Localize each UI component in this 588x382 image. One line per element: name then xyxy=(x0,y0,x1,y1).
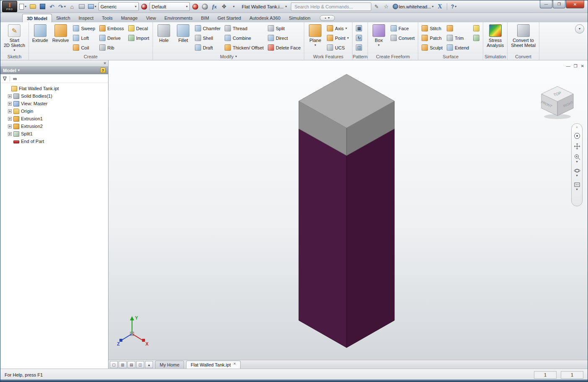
expand-tab-list-button[interactable]: ▴ xyxy=(145,361,153,368)
rib-button[interactable]: Rib xyxy=(98,43,125,52)
doc-restore-icon[interactable]: ❐ xyxy=(574,64,578,68)
panel-label-create[interactable]: Create xyxy=(29,53,153,60)
ribbon-tab-bim[interactable]: BIM xyxy=(197,14,213,22)
view-layout-horizontal-button[interactable]: ▤ xyxy=(127,361,135,368)
thicken-offset-button[interactable]: Thicken/ Offset xyxy=(223,43,265,52)
trim-button[interactable]: Trim xyxy=(446,33,470,43)
panel-label-sketch[interactable]: Sketch xyxy=(0,53,28,60)
panel-label-create-freeform[interactable]: Create Freeform xyxy=(368,53,418,60)
extend-button[interactable]: Extend xyxy=(446,43,470,52)
project-link-button[interactable]: ▾ xyxy=(87,2,97,11)
user-account-button[interactable]: len.whitehead... ▾ xyxy=(392,2,435,11)
axis-button[interactable]: Axis▾ xyxy=(326,23,350,33)
ribbon-tab-simulation[interactable]: Simulation xyxy=(285,14,314,22)
direct-button[interactable]: Direct xyxy=(267,33,302,43)
start-2d-sketch-button[interactable]: ✎ Start2D Sketch ▾ xyxy=(3,23,26,52)
ribbon-tab-manage[interactable]: Manage xyxy=(117,14,142,22)
tank-part-model[interactable] xyxy=(109,60,588,360)
appearance-swatch-button[interactable] xyxy=(140,2,148,11)
stitch-button[interactable]: Stitch xyxy=(420,23,444,33)
window-minimize-button[interactable]: — xyxy=(540,0,552,8)
ribbon-tab-get-started[interactable]: Get Started xyxy=(213,14,245,22)
decal-button[interactable]: Decal xyxy=(127,23,150,33)
tab-flat-walled-tank[interactable]: Flat Walled Tank.ipt ✕ xyxy=(186,361,241,369)
doc-minimize-icon[interactable]: — xyxy=(566,64,570,68)
boundary-surface-button[interactable] xyxy=(446,23,470,33)
mirror-button[interactable]: ◫ xyxy=(355,43,363,52)
emboss-button[interactable]: Emboss xyxy=(98,23,125,33)
favorites-button[interactable]: ☆ xyxy=(382,2,391,11)
view-layout-grid-button[interactable]: ▥ xyxy=(119,361,127,368)
close-tab-icon[interactable]: ✕ xyxy=(233,362,236,366)
redo-button[interactable]: ↷▾ xyxy=(57,2,67,11)
inventor-app-button[interactable]: I PRO xyxy=(2,1,17,12)
view-layout-single-button[interactable]: ▢ xyxy=(110,361,118,368)
ribbon-display-toggle[interactable]: ● ▾ xyxy=(320,15,335,21)
expand-plus-icon[interactable] xyxy=(8,117,12,121)
search-input[interactable] xyxy=(291,3,371,11)
viewcube[interactable]: TOP FRONT RIGHT xyxy=(537,82,578,122)
filter-funnel-icon[interactable]: ∇ xyxy=(3,75,7,82)
window-close-button[interactable]: ✕ xyxy=(566,0,584,8)
tree-item-extrusion2[interactable]: Extrusion2 xyxy=(0,122,108,130)
ribbon-tab-autodesk-a360[interactable]: Autodesk A360 xyxy=(245,14,285,22)
hole-button[interactable]: Hole xyxy=(155,23,173,43)
expand-plus-icon[interactable] xyxy=(8,94,12,98)
coil-button[interactable]: Coil xyxy=(72,43,96,52)
ucs-button[interactable]: UCS xyxy=(326,43,350,52)
extrude-button[interactable]: Extrude xyxy=(31,23,49,43)
import-button[interactable]: Import xyxy=(127,33,150,43)
ribbon-tab-tools[interactable]: Tools xyxy=(98,14,117,22)
ribbon-tab-environments[interactable]: Environments xyxy=(160,14,197,22)
tree-item-origin[interactable]: Origin xyxy=(0,107,108,115)
panel-label-pattern[interactable]: Pattern xyxy=(352,53,367,60)
freeform-convert-button[interactable]: Convert xyxy=(389,33,416,43)
expand-plus-icon[interactable] xyxy=(8,125,12,128)
viewport[interactable]: — ❐ ✕ TOP FRONT RIGHT ✕ xyxy=(109,60,588,360)
browser-help-button[interactable]: ? xyxy=(100,68,106,73)
fillet-button[interactable]: Fillet xyxy=(174,23,192,43)
help-button[interactable]: ?▾ xyxy=(450,2,458,11)
document-title-dropdown[interactable]: Flat Walled Tank.i... ▾ xyxy=(239,2,290,11)
browser-header[interactable]: Model ▾ ? xyxy=(0,66,108,74)
derive-button[interactable]: Derive xyxy=(98,33,125,43)
expand-plus-icon[interactable] xyxy=(8,132,12,136)
doc-close-icon[interactable]: ✕ xyxy=(581,64,584,68)
point-button[interactable]: Point▾ xyxy=(326,33,350,43)
home-button[interactable]: ⌂ xyxy=(68,2,76,11)
ribbon-tab-sketch[interactable]: Sketch xyxy=(52,14,75,22)
tree-item-extrusion1[interactable]: Extrusion1 xyxy=(0,115,108,122)
circular-pattern-button[interactable]: ↻ xyxy=(355,33,363,43)
plane-button[interactable]: Plane ▾ xyxy=(306,23,324,47)
ribbon-tab-3d-model[interactable]: 3D Model xyxy=(22,14,52,22)
loft-button[interactable]: Loft xyxy=(72,33,96,43)
ribbon-options-button[interactable]: ▾ xyxy=(575,24,584,34)
panel-label-convert[interactable]: Convert xyxy=(508,53,539,60)
parameters-button[interactable]: fx xyxy=(210,2,219,11)
chamfer-button[interactable]: Chamfer xyxy=(194,23,222,33)
untrim-surface-button[interactable] xyxy=(472,33,481,43)
split-button[interactable]: Split xyxy=(267,23,302,33)
zoom-button[interactable]: ▾ xyxy=(574,153,580,164)
panel-label-modify[interactable]: Modify▾ xyxy=(153,53,304,60)
tree-item-part-root[interactable]: Flat Walled Tank.ipt xyxy=(0,85,108,92)
tree-item-solid-bodies[interactable]: Solid Bodies(1) xyxy=(0,92,108,100)
undo-button[interactable]: ↶ xyxy=(48,2,56,11)
orbit-button[interactable]: ▾ xyxy=(574,167,580,177)
ruled-surface-button[interactable] xyxy=(472,23,481,33)
tree-item-split1[interactable]: Split1 xyxy=(0,130,108,138)
exchange-apps-button[interactable]: X xyxy=(436,2,444,11)
panel-label-surface[interactable]: Surface xyxy=(418,53,483,60)
ribbon-tab-inspect[interactable]: Inspect xyxy=(75,14,98,22)
navigation-wheel-button[interactable] xyxy=(574,133,580,139)
freeform-box-button[interactable]: Box ▾ xyxy=(370,23,388,47)
clear-appearance-button[interactable] xyxy=(201,2,209,11)
look-at-button[interactable]: ▾ xyxy=(574,181,580,191)
delete-face-button[interactable]: Delete Face xyxy=(267,43,302,52)
search-binoculars-icon[interactable]: ∞ xyxy=(13,75,17,82)
qat-customize-button[interactable]: ▾ xyxy=(230,2,238,11)
open-button[interactable] xyxy=(28,2,37,11)
tab-my-home[interactable]: My Home xyxy=(155,361,184,369)
expand-plus-icon[interactable] xyxy=(8,102,12,106)
freeform-face-button[interactable]: Face xyxy=(389,23,416,33)
